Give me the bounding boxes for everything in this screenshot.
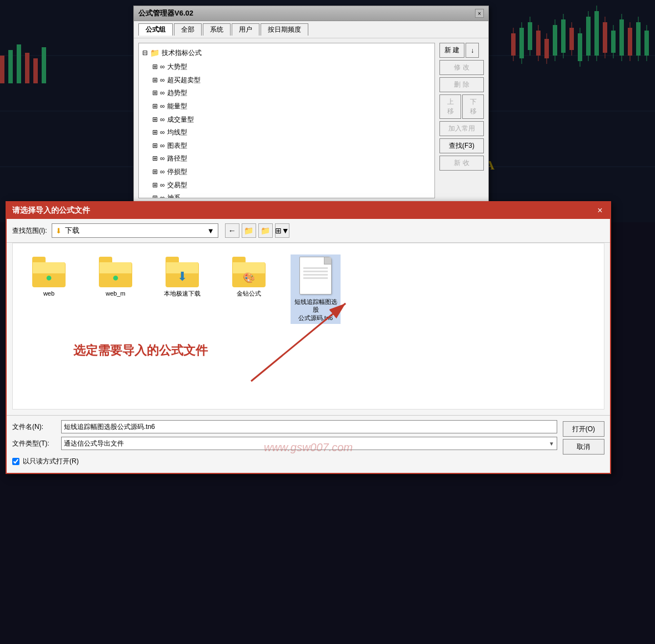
tree-item-0-label: 大势型 [167, 61, 187, 73]
web-m-folder-green-icon: ● [112, 271, 119, 284]
download-folder-icon: ⬇ [56, 227, 62, 235]
filetype-row: 文件类型(T): 通达信公式导出文件 ▼ [12, 437, 557, 450]
open-button[interactable]: 打开(O) [563, 421, 604, 437]
folder-local-download[interactable]: ⬇ 本地极速下载 [157, 254, 207, 299]
tree-item-3[interactable]: ⊞ ∞ 能量型 [141, 100, 432, 113]
formula-manager-close-button[interactable]: × [475, 9, 484, 18]
tab-user[interactable]: 用户 [232, 23, 259, 36]
file-dialog-nav-bar: 查找范围(I): ⬇ 下载 ▼ ← 📁 📁 ⊞▼ [7, 219, 610, 243]
bottom-bar: 文件名(N): 文件类型(T): 通达信公式导出文件 ▼ 打开(O) 取消 以只… [7, 415, 610, 473]
nav-folder-up-button[interactable]: 📁 [242, 223, 256, 238]
tab-system[interactable]: 系统 [203, 23, 231, 36]
nav-view-button[interactable]: ⊞▼ [275, 223, 289, 238]
action-buttons: 打开(O) 取消 [563, 420, 604, 455]
find-button[interactable]: 查找(F3) [439, 138, 484, 153]
tree-item-3-icon: ∞ [160, 101, 165, 113]
filetype-dropdown-arrow: ▼ [549, 441, 554, 447]
bottom-inputs: 文件名(N): 文件类型(T): 通达信公式导出文件 ▼ [12, 420, 557, 453]
readonly-label[interactable]: 以只读方式打开(R) [23, 457, 79, 466]
tree-item-2-label: 趋势型 [167, 87, 187, 99]
tree-item-2-expand[interactable]: ⊞ [152, 87, 158, 99]
tree-item-5[interactable]: ⊞ ∞ 均线型 [141, 126, 432, 139]
tree-item-7-expand[interactable]: ⊞ [152, 153, 158, 165]
tree-root[interactable]: ⊟ 📁 技术指标公式 [141, 46, 432, 61]
tree-item-6-icon: ∞ [160, 140, 165, 152]
tree-item-3-expand[interactable]: ⊞ [152, 101, 158, 113]
gold-formula-colored-icon: 🎨 [243, 272, 255, 284]
tree-item-0[interactable]: ⊞ ∞ 大势型 [141, 61, 432, 74]
file-tn6-icon [299, 257, 332, 296]
tree-item-4-expand[interactable]: ⊞ [152, 114, 158, 126]
svg-rect-38 [0, 56, 4, 83]
tree-item-9-icon: ∞ [160, 179, 165, 192]
delete-button[interactable]: 删 除 [439, 77, 484, 92]
tree-item-3-label: 能量型 [167, 101, 187, 113]
new-button[interactable]: 新 建 [439, 43, 464, 58]
filetype-select[interactable]: 通达信公式导出文件 ▼ [61, 437, 557, 450]
tree-item-1-expand[interactable]: ⊞ [152, 74, 158, 87]
formula-manager-dialog: 公式管理器V6.02 × 公式组 全部 系统 用户 按日期频度 ⊟ 📁 技术指标… [133, 6, 489, 203]
nav-label: 查找范围(I): [12, 226, 47, 236]
tree-item-6[interactable]: ⊞ ∞ 图表型 [141, 139, 432, 153]
dropdown-arrow-icon: ▼ [207, 227, 214, 235]
tree-item-0-expand[interactable]: ⊞ [152, 61, 158, 73]
tree-item-10-icon: ∞ [160, 192, 165, 198]
tree-item-0-icon: ∞ [160, 61, 165, 73]
file-dialog-close-button[interactable]: × [596, 206, 604, 215]
add-common-button[interactable]: 加入常用 [439, 121, 484, 136]
tree-item-5-expand[interactable]: ⊞ [152, 127, 158, 139]
folder-gold-formula-label: 金钻公式 [237, 289, 261, 297]
tree-item-7-icon: ∞ [160, 153, 165, 165]
tree-item-10-expand[interactable]: ⊞ [152, 192, 158, 198]
folder-web-m-icon: ● [99, 257, 132, 287]
tree-root-label: 技术指标公式 [162, 47, 202, 59]
tree-item-4[interactable]: ⊞ ∞ 成交量型 [141, 113, 432, 127]
tree-item-6-expand[interactable]: ⊞ [152, 140, 158, 152]
folder-gold-formula[interactable]: 🎨 金钻公式 [224, 254, 274, 299]
folder-web[interactable]: ● web [24, 254, 74, 299]
readonly-row: 以只读方式打开(R) [12, 455, 604, 468]
formula-tree[interactable]: ⊟ 📁 技术指标公式 ⊞ ∞ 大势型 ⊞ ∞ 超买超卖型 ⊞ ∞ 趋势型 ⊞ [138, 43, 435, 198]
tree-item-1[interactable]: ⊞ ∞ 超买超卖型 [141, 74, 432, 87]
tab-formula-group[interactable]: 公式组 [138, 23, 173, 36]
folder-gold-formula-icon: 🎨 [232, 257, 266, 287]
file-area: ● web ● web_m ⬇ 本地极速下载 [12, 243, 604, 410]
svg-rect-41 [25, 53, 29, 83]
tree-item-2[interactable]: ⊞ ∞ 趋势型 [141, 87, 432, 100]
nav-back-button[interactable]: ← [225, 223, 239, 238]
new-arrow-button[interactable]: ↓ [466, 43, 479, 58]
tree-item-8[interactable]: ⊞ ∞ 停损型 [141, 166, 432, 179]
tab-all[interactable]: 全部 [174, 23, 202, 36]
folder-local-download-label: 本地极速下载 [164, 289, 201, 297]
nav-new-folder-button[interactable]: 📁 [258, 223, 273, 238]
tree-item-4-label: 成交量型 [167, 114, 194, 126]
tree-root-expand[interactable]: ⊟ [142, 47, 148, 59]
tab-date-frequency[interactable]: 按日期频度 [261, 23, 308, 36]
cancel-button[interactable]: 取消 [563, 439, 604, 455]
tree-item-9-expand[interactable]: ⊞ [152, 179, 158, 192]
svg-rect-42 [33, 58, 38, 83]
edit-button[interactable]: 修 改 [439, 60, 484, 75]
tree-item-8-label: 停损型 [167, 166, 187, 178]
folder-web-m[interactable]: ● web_m [91, 254, 141, 299]
folder-dropdown[interactable]: ⬇ 下载 ▼ [52, 223, 218, 238]
file-tn6[interactable]: 短线追踪幅图选股公式源码.tn6 [291, 254, 341, 324]
move-down-button[interactable]: 下移 [462, 94, 484, 119]
tree-item-10[interactable]: ⊞ ∞ 神系 [141, 192, 432, 198]
filetype-label: 文件类型(T): [12, 439, 57, 448]
file-dialog-title: 请选择导入的公式文件 [12, 206, 90, 216]
tree-item-9-label: 交易型 [167, 179, 187, 192]
local-download-folder-blue-icon: ⬇ [177, 269, 187, 284]
folder-local-download-icon: ⬇ [166, 257, 199, 287]
filename-input[interactable] [61, 420, 557, 433]
import-button[interactable]: 新 收 [439, 156, 484, 171]
readonly-checkbox[interactable] [12, 458, 19, 465]
tree-item-5-icon: ∞ [160, 127, 165, 139]
folder-web-icon: ● [32, 257, 66, 287]
tree-item-7[interactable]: ⊞ ∞ 路径型 [141, 152, 432, 166]
tree-root-folder-icon: 📁 [150, 46, 159, 60]
tree-item-8-expand[interactable]: ⊞ [152, 166, 158, 178]
tree-item-6-label: 图表型 [167, 140, 187, 152]
move-up-button[interactable]: 上移 [439, 94, 461, 119]
tree-item-9[interactable]: ⊞ ∞ 交易型 [141, 179, 432, 192]
